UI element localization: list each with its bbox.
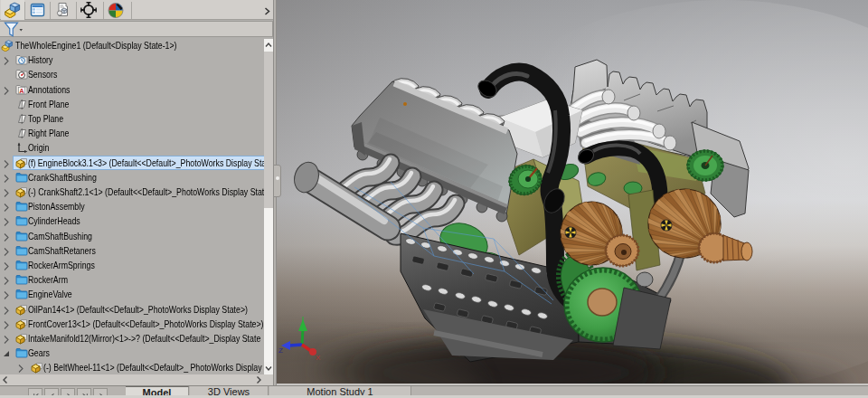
svg-text:Z: Z <box>278 346 283 355</box>
svg-text:A: A <box>19 86 24 94</box>
svg-text:X: X <box>316 354 321 362</box>
